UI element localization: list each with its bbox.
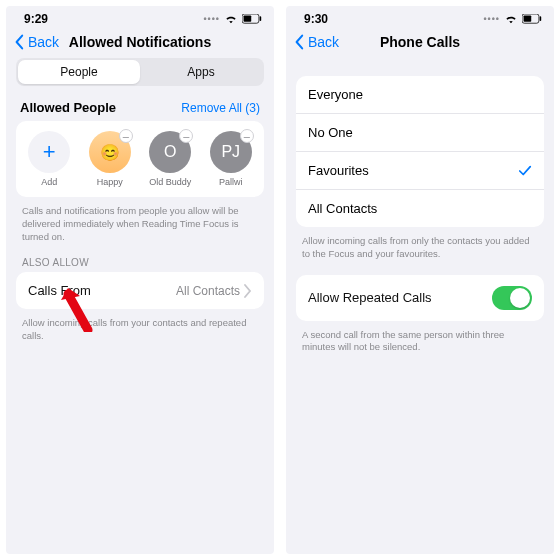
wifi-icon: [504, 14, 518, 23]
allow-repeated-calls-row: Allow Repeated Calls: [296, 275, 544, 321]
group-label: ALSO ALLOW: [16, 257, 264, 272]
cell-signal-icon: ••••: [203, 14, 220, 24]
segmented-control[interactable]: People Apps: [16, 58, 264, 86]
plus-icon: +: [28, 131, 70, 173]
screen-allowed-notifications: 9:29 •••• Back Allowed Notifications Peo…: [6, 6, 274, 554]
allow-repeated-toggle[interactable]: [492, 286, 532, 310]
person-old-buddy[interactable]: O– Old Buddy: [143, 131, 198, 187]
option-no-one[interactable]: No One: [296, 113, 544, 151]
remove-all-link[interactable]: Remove All (3): [181, 101, 260, 115]
checkmark-icon: [518, 164, 532, 178]
chevron-left-icon: [292, 34, 306, 50]
status-bar: 9:29 ••••: [6, 6, 274, 28]
battery-icon: [522, 14, 542, 23]
svg-rect-4: [524, 16, 532, 22]
avatar: O–: [149, 131, 191, 173]
helper-text: A second call from the same person withi…: [296, 321, 544, 369]
person-happy[interactable]: 😊– Happy: [83, 131, 138, 187]
back-button[interactable]: Back: [12, 34, 59, 50]
back-button[interactable]: Back: [292, 34, 339, 50]
wifi-icon: [224, 14, 238, 23]
avatar: PJ–: [210, 131, 252, 173]
calls-from-row[interactable]: Calls From All Contacts: [16, 272, 264, 309]
person-pallwi[interactable]: PJ– Pallwi: [204, 131, 259, 187]
helper-text: Calls and notifications from people you …: [16, 197, 264, 257]
svg-rect-5: [540, 17, 542, 22]
status-bar: 9:30 ••••: [286, 6, 554, 28]
call-source-list: Everyone No One Favourites All Contacts: [296, 76, 544, 227]
helper-text: Allow incoming calls from only the conta…: [296, 227, 544, 275]
option-all-contacts[interactable]: All Contacts: [296, 189, 544, 227]
allowed-people-card: + Add 😊– Happy O– Old Buddy PJ– Pallwi: [16, 121, 264, 197]
cell-signal-icon: ••••: [483, 14, 500, 24]
chevron-right-icon: [244, 284, 252, 298]
nav-bar: Back Allowed Notifications: [6, 28, 274, 58]
screen-phone-calls: 9:30 •••• Back Phone Calls Everyone No O…: [286, 6, 554, 554]
remove-badge[interactable]: –: [240, 129, 254, 143]
option-favourites[interactable]: Favourites: [296, 151, 544, 189]
status-time: 9:30: [304, 12, 328, 26]
option-everyone[interactable]: Everyone: [296, 76, 544, 113]
svg-rect-2: [260, 17, 262, 22]
chevron-left-icon: [12, 34, 26, 50]
helper-text: Allow incoming calls from your contacts …: [16, 309, 264, 357]
seg-people[interactable]: People: [18, 60, 140, 84]
remove-badge[interactable]: –: [119, 129, 133, 143]
remove-badge[interactable]: –: [179, 129, 193, 143]
add-person-button[interactable]: + Add: [22, 131, 77, 187]
avatar: 😊–: [89, 131, 131, 173]
section-title: Allowed People: [20, 100, 116, 115]
nav-bar: Back Phone Calls: [286, 28, 554, 58]
status-time: 9:29: [24, 12, 48, 26]
svg-rect-1: [244, 16, 252, 22]
seg-apps[interactable]: Apps: [140, 60, 262, 84]
battery-icon: [242, 14, 262, 23]
